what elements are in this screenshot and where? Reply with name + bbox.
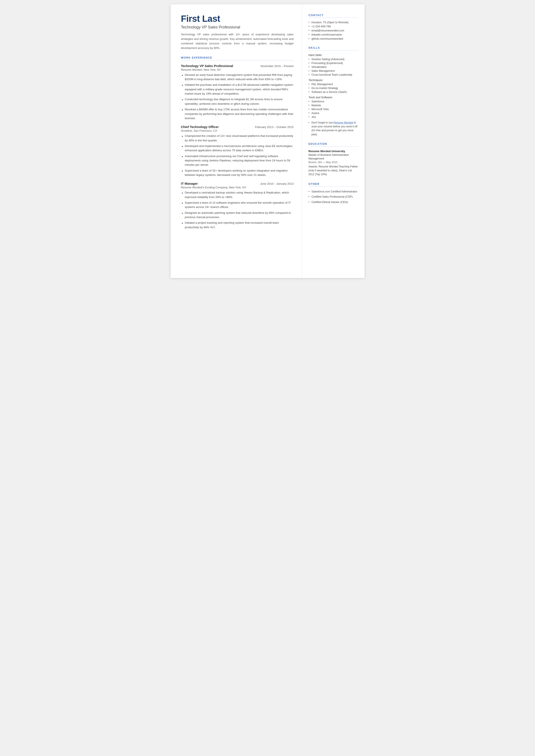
bullet-1-1: Devised an early fraud detection managem… xyxy=(181,73,294,82)
hard-skill-5: Cross-functional Team Leadership xyxy=(309,73,358,76)
job-bullets-1: Devised an early fraud detection managem… xyxy=(181,73,294,121)
other-list: Salesforce.com Certified Administrator. … xyxy=(309,190,358,204)
hard-skill-1: Solution Selling (Advanced) xyxy=(309,58,358,61)
skills-heading: SKILLS xyxy=(309,46,358,50)
edu-block: Resume Worded University Master of Busin… xyxy=(309,150,358,177)
other-heading: OTHER xyxy=(309,182,358,187)
bullet-2-2: Developed and implemented a microservice… xyxy=(181,144,294,153)
contact-list: Houston, TX (Open to Remote) +1-234-456-… xyxy=(309,21,358,40)
bullet-2-1: Championed the creation of 13+ new cloud… xyxy=(181,134,294,143)
bullet-1-4: Revoked a $400M offer to buy 175K access… xyxy=(181,107,294,121)
education-heading: EDUCATION xyxy=(309,142,358,147)
work-experience-heading: WORK EXPERIENCE xyxy=(181,56,294,60)
tool-5: Jira xyxy=(309,116,358,119)
tool-3: Microsoft Visio xyxy=(309,108,358,111)
hard-skills-label: Hard Skills: xyxy=(309,53,358,57)
tool-1: Salesforce xyxy=(309,100,358,103)
tool-2: Marketo xyxy=(309,104,358,107)
resume-page: First Last Technology VP Sales Professio… xyxy=(171,4,365,278)
job-bullets-3: Developed a centralized backup solution … xyxy=(181,190,294,230)
job-dates-2: February 2013 – October 2015 xyxy=(255,126,294,129)
techniques-label: Techniques: xyxy=(309,78,358,82)
other-item-2: Certified Sales Professional (CSP). xyxy=(309,195,358,199)
hard-skills-list: Solution Selling (Advanced) Forecasting … xyxy=(309,58,358,76)
job-company-2: Growthsi, San Francisco, CA xyxy=(181,129,294,132)
edu-field: Management xyxy=(309,157,358,160)
job-title-2: Chief Technology Officer xyxy=(181,125,219,129)
work-experience-section: WORK EXPERIENCE Technology VP Sales Prof… xyxy=(181,56,294,230)
contact-heading: CONTACT xyxy=(309,14,358,18)
tools-list: Salesforce Marketo Microsoft Visio Asana… xyxy=(309,100,358,119)
job-header-3: IT Manager June 2010 – January 2013 xyxy=(181,182,294,185)
candidate-name: First Last xyxy=(181,14,294,24)
contact-item-3: email@resumeworded.com xyxy=(309,29,358,32)
contact-item-4: linkedin.com/in/username xyxy=(309,33,358,36)
bullet-1-3: Conducted technology due diligence to in… xyxy=(181,97,294,106)
other-item-1: Salesforce.com Certified Administrator. xyxy=(309,190,358,194)
job-block-1: Technology VP Sales Professional Novembe… xyxy=(181,64,294,121)
job-company-3: Resume Worded's Exciting Company, New Yo… xyxy=(181,186,294,189)
job-header-1: Technology VP Sales Professional Novembe… xyxy=(181,64,294,68)
bullet-3-3: Designed an automatic patching system th… xyxy=(181,211,294,220)
job-company-1: Resume Worded, New York, NY xyxy=(181,68,294,71)
technique-2: Go-to-market Strategy xyxy=(309,87,358,90)
job-block-2: Chief Technology Officer February 2013 –… xyxy=(181,125,294,177)
candidate-job-title: Technology VP Sales Professional xyxy=(181,25,294,30)
contact-item-1: Houston, TX (Open to Remote) xyxy=(309,21,358,24)
job-header-2: Chief Technology Officer February 2013 –… xyxy=(181,125,294,129)
hard-skill-2: Forecasting (Experienced) xyxy=(309,62,358,65)
bullet-3-1: Developed a centralized backup solution … xyxy=(181,190,294,199)
tool-4: Asana xyxy=(309,112,358,115)
bullet-1-2: Initiated the purchase and installation … xyxy=(181,83,294,96)
job-bullets-2: Championed the creation of 13+ new cloud… xyxy=(181,134,294,177)
resume-worded-link[interactable]: Resume Worded xyxy=(333,121,353,124)
skills-note: Don't forget to use Resume Worded to sca… xyxy=(309,121,358,136)
left-column: First Last Technology VP Sales Professio… xyxy=(171,4,302,278)
bullet-3-4: Initiated a project tracking and reporti… xyxy=(181,221,294,230)
bullet-2-3: Automated infrastructure provisioning vi… xyxy=(181,154,294,167)
tools-label: Tools and Software: xyxy=(309,96,358,99)
job-dates-1: November 2015 – Present xyxy=(261,65,294,68)
job-block-3: IT Manager June 2010 – January 2013 Resu… xyxy=(181,182,294,230)
other-section: OTHER Salesforce.com Certified Administr… xyxy=(309,182,358,204)
bullet-2-4: Supervised a team of 32+ developers work… xyxy=(181,169,294,177)
hard-skill-3: Virtualization xyxy=(309,66,358,69)
education-section: EDUCATION Resume Worded University Maste… xyxy=(309,142,358,177)
edu-institution: Resume Worded University xyxy=(309,150,358,153)
edu-awards: Awards: Resume Worded Teaching Fellow (o… xyxy=(309,165,358,177)
job-dates-3: June 2010 – January 2013 xyxy=(260,182,294,185)
contact-item-5: github.com/resumeworded xyxy=(309,37,358,40)
edu-location-date: Boston, MA — May 2010 xyxy=(309,161,358,164)
techniques-list: P&L Management Go-to-market Strategy Sof… xyxy=(309,83,358,94)
technique-3: Software as a Service (SaaS) xyxy=(309,91,358,94)
job-title-1: Technology VP Sales Professional xyxy=(181,64,233,68)
bullet-3-2: Supervised a team of 13 software enginee… xyxy=(181,201,294,210)
contact-section: CONTACT Houston, TX (Open to Remote) +1-… xyxy=(309,14,358,40)
other-item-3: Certified Ethical Hacker (CEH). xyxy=(309,200,358,204)
edu-degree: Master of Business Administration xyxy=(309,153,358,157)
skills-section: SKILLS Hard Skills: Solution Selling (Ad… xyxy=(309,46,358,136)
right-column: CONTACT Houston, TX (Open to Remote) +1-… xyxy=(302,4,365,278)
candidate-summary: Technology VP sales professional with 10… xyxy=(181,32,294,50)
technique-1: P&L Management xyxy=(309,83,358,86)
contact-item-2: +1-234-456-789 xyxy=(309,25,358,28)
hard-skill-4: Sales Management xyxy=(309,70,358,72)
job-title-3: IT Manager xyxy=(181,182,198,185)
